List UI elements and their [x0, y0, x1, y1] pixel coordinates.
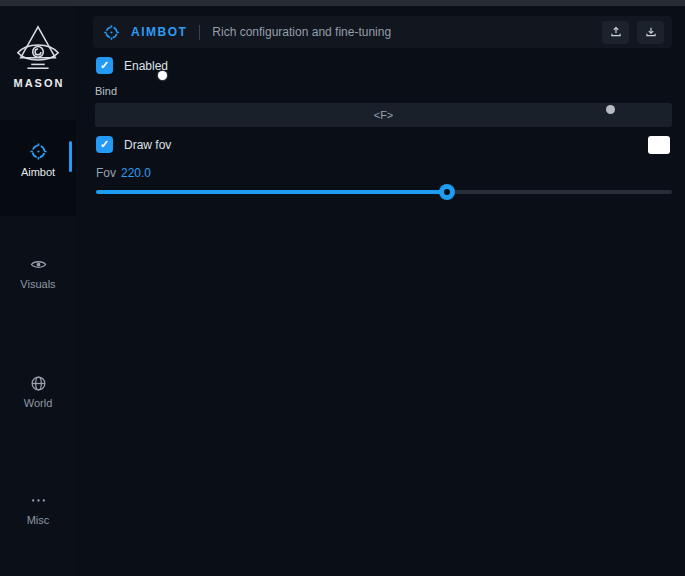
download-icon [644, 25, 658, 39]
sidebar: MASON Aimbot Visuals World [0, 6, 76, 576]
header-bar: AIMBOT Rich configuration and fine-tunin… [93, 16, 672, 48]
header-actions [602, 21, 664, 44]
download-config-button[interactable] [637, 21, 664, 44]
eye-icon [30, 256, 47, 273]
sidebar-item-label: Visuals [20, 278, 55, 290]
mouse-cursor-dot [158, 71, 167, 80]
main-panel: AIMBOT Rich configuration and fine-tunin… [76, 6, 685, 576]
crosshair-icon [103, 24, 120, 41]
fov-color-swatch[interactable] [648, 136, 670, 154]
brand-logo: MASON [0, 24, 76, 89]
page-subtitle: Rich configuration and fine-tuning [212, 25, 391, 39]
fov-slider-fill [96, 190, 447, 194]
upload-icon [609, 25, 623, 39]
page-title: AIMBOT [131, 25, 187, 39]
brand-name: MASON [12, 77, 65, 89]
sidebar-item-visuals[interactable]: Visuals [0, 256, 76, 302]
sidebar-item-label: World [24, 397, 53, 409]
sidebar-item-aimbot[interactable]: Aimbot [0, 120, 76, 216]
bind-label: Bind [95, 85, 117, 97]
indicator-dot [606, 105, 615, 114]
fov-label: Fov [96, 166, 116, 180]
header-divider [199, 25, 200, 40]
draw-fov-label: Draw fov [124, 138, 171, 152]
draw-fov-checkbox[interactable]: ✓ [96, 136, 113, 153]
active-indicator-bar [69, 141, 72, 172]
crosshair-icon [29, 142, 48, 161]
upload-config-button[interactable] [602, 21, 629, 44]
draw-fov-row: ✓ Draw fov [96, 136, 171, 153]
globe-icon [30, 375, 47, 392]
bind-key-field[interactable]: <F> [95, 103, 672, 127]
sidebar-item-world[interactable]: World [0, 375, 76, 421]
sidebar-item-misc[interactable]: Misc [0, 492, 76, 538]
sidebar-item-label: Misc [27, 514, 50, 526]
fov-label-row: Fov220.0 [96, 166, 151, 180]
sidebar-item-label: Aimbot [21, 166, 55, 178]
fov-value: 220.0 [121, 166, 151, 180]
fov-slider-handle[interactable] [439, 184, 455, 200]
app-window: MASON Aimbot Visuals World [0, 0, 685, 576]
enabled-checkbox[interactable]: ✓ [96, 57, 113, 74]
ellipsis-icon [30, 492, 47, 509]
mason-pyramid-eye-icon [14, 24, 62, 74]
fov-slider[interactable] [96, 184, 672, 200]
enabled-row: ✓ Enabled [96, 57, 168, 74]
